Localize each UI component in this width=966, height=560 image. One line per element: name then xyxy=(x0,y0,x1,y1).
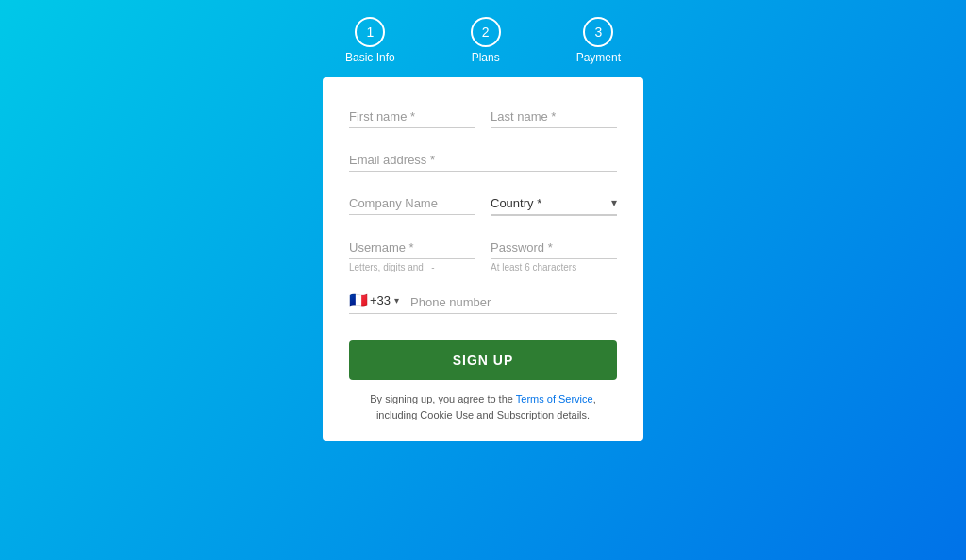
company-field xyxy=(349,190,475,216)
phone-row: 🇫🇷 +33 ▾ xyxy=(349,291,617,314)
signup-button[interactable]: SIGN UP xyxy=(349,340,617,380)
email-input[interactable] xyxy=(349,147,617,172)
step-1: 1 Basic Info xyxy=(345,17,395,64)
terms-before: By signing up, you agree to the xyxy=(370,393,516,404)
username-field: Letters, digits and _- xyxy=(349,235,475,272)
company-country-row: Country *FranceGermanyUnited KingdomUnit… xyxy=(349,190,617,216)
step-2: 2 Plans xyxy=(471,17,501,64)
terms-link[interactable]: Terms of Service xyxy=(516,393,593,404)
last-name-input[interactable] xyxy=(491,104,617,128)
phone-flag: 🇫🇷 xyxy=(349,291,368,309)
first-name-input[interactable] xyxy=(349,104,475,128)
step-2-circle: 2 xyxy=(471,17,501,47)
step-1-circle: 1 xyxy=(355,17,385,47)
password-hint: At least 6 characters xyxy=(491,262,617,272)
username-hint: Letters, digits and _- xyxy=(349,262,475,272)
phone-prefix-arrow-icon: ▾ xyxy=(394,295,399,305)
username-input[interactable] xyxy=(349,235,475,259)
stepper: 1 Basic Info 2 Plans 3 Payment xyxy=(345,17,621,64)
name-row xyxy=(349,104,617,128)
last-name-field xyxy=(491,104,617,128)
step-3-circle: 3 xyxy=(583,17,613,47)
email-field xyxy=(349,147,617,172)
first-name-field xyxy=(349,104,475,128)
country-select-wrapper: Country *FranceGermanyUnited KingdomUnit… xyxy=(491,190,617,216)
step-1-label: Basic Info xyxy=(345,51,395,64)
password-field: At least 6 characters xyxy=(491,235,617,272)
phone-input[interactable] xyxy=(403,295,617,309)
password-input[interactable] xyxy=(491,235,617,259)
credentials-row: Letters, digits and _- At least 6 charac… xyxy=(349,235,617,272)
phone-prefix[interactable]: 🇫🇷 +33 ▾ xyxy=(349,291,399,309)
country-select[interactable]: Country *FranceGermanyUnited KingdomUnit… xyxy=(491,190,617,215)
signup-card: Country *FranceGermanyUnited KingdomUnit… xyxy=(323,77,643,441)
country-field: Country *FranceGermanyUnited KingdomUnit… xyxy=(491,190,617,216)
step-3-label: Payment xyxy=(576,51,621,64)
terms-text: By signing up, you agree to the Terms of… xyxy=(349,391,617,422)
company-input[interactable] xyxy=(349,190,475,215)
step-2-label: Plans xyxy=(472,51,500,64)
phone-prefix-text: +33 xyxy=(370,293,391,307)
email-row xyxy=(349,147,617,172)
step-3: 3 Payment xyxy=(576,17,621,64)
